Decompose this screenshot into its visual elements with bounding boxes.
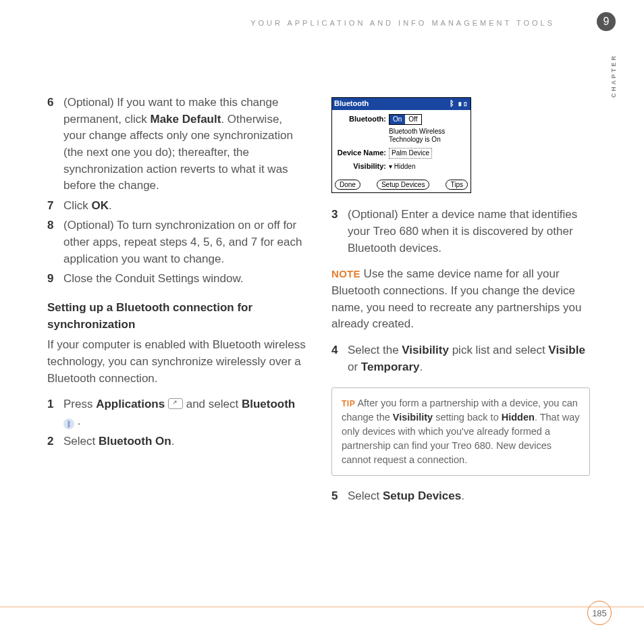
content-columns: 6 (Optional) If you want to make this ch… [47,95,590,508]
step-5: 5 Select Setup Devices. [331,488,590,505]
status-icons: ᛒ ▮▯ [450,99,468,109]
step-2: 2 Select Bluetooth On. [47,433,306,450]
running-header: YOUR APPLICATION AND INFO MANAGEMENT TOO… [250,19,555,27]
device-name-field[interactable]: Palm Device [389,148,432,159]
chapter-label: CHAPTER [610,54,617,98]
right-column: Bluetooth ᛒ ▮▯ Bluetooth: OnOff Bluetoot… [331,95,590,508]
chapter-number-badge: 9 [597,12,616,31]
bluetooth-icon: ᛒ [63,419,74,429]
note-paragraph: NOTE Use the same device name for all yo… [331,266,590,333]
page-number: 185 [587,601,612,625]
bluetooth-toggle[interactable]: OnOff [389,114,422,125]
visibility-picklist[interactable]: ▾ Hidden [389,162,415,172]
step-1: 1 Press Applications and select Bluetoot… [47,396,306,429]
step-8: 8 (Optional) To turn synchronization on … [47,217,306,267]
bluetooth-screenshot: Bluetooth ᛒ ▮▯ Bluetooth: OnOff Bluetoot… [331,97,471,193]
step-4: 4 Select the Visibility pick list and se… [331,342,590,375]
setup-devices-button[interactable]: Setup Devices [377,180,429,190]
section-intro: If your computer is enabled with Bluetoo… [47,337,306,387]
tips-button[interactable]: Tips [446,180,468,190]
section-subheading: Setting up a Bluetooth connection for sy… [47,300,306,333]
step-6: 6 (Optional) If you want to make this ch… [47,95,306,194]
footer-rule [0,606,644,608]
step-9: 9 Close the Conduit Settings window. [47,271,306,288]
applications-icon [168,398,183,409]
tip-box: TIP After you form a partnership with a … [331,387,590,476]
left-column: 6 (Optional) If you want to make this ch… [47,95,306,508]
step-7: 7 Click OK. [47,198,306,215]
screenshot-titlebar: Bluetooth ᛒ ▮▯ [332,98,471,110]
done-button[interactable]: Done [335,180,360,190]
step-3: 3 (Optional) Enter a device name that id… [331,207,590,257]
